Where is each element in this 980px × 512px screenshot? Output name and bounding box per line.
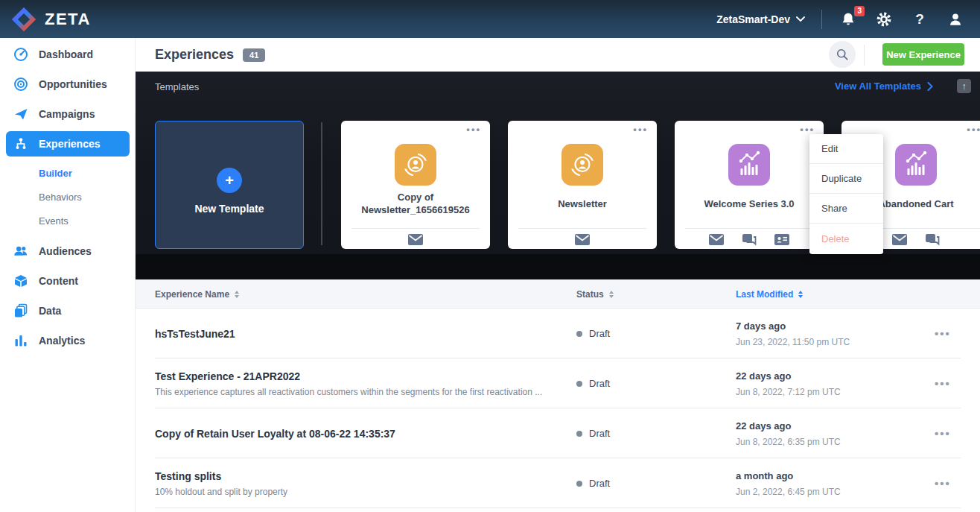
status-dot <box>576 481 582 487</box>
sidebar-subitem-behaviors[interactable]: Behaviors <box>39 189 82 204</box>
template-card[interactable]: ••• Copy of Newsletter_1656619526 <box>341 121 490 249</box>
new-template-card[interactable]: + New Template <box>155 121 304 249</box>
content-cube-icon <box>13 274 28 288</box>
row-actions-menu-icon[interactable]: ••• <box>925 358 961 408</box>
chat-channel-icon <box>742 233 757 247</box>
opportunities-icon <box>13 77 28 92</box>
analytics-template-icon <box>895 144 937 186</box>
account-name: ZetaSmart-Dev <box>716 13 790 25</box>
experience-name[interactable]: Testing splits <box>155 470 557 482</box>
sidebar-subitem-builder[interactable]: Builder <box>39 165 72 180</box>
sort-icon <box>235 291 239 298</box>
settings-gear-icon[interactable] <box>874 10 894 29</box>
chevron-right-icon <box>927 82 933 91</box>
column-header-status[interactable]: Status <box>576 279 614 309</box>
row-actions-menu-icon[interactable]: ••• <box>925 458 961 508</box>
user-profile-icon[interactable] <box>946 10 965 29</box>
sidebar-nav: Dashboard Opportunities Campaigns Experi… <box>0 38 136 512</box>
top-navbar: ZETA ZetaSmart-Dev 3 <box>0 0 980 38</box>
zeta-brand[interactable]: ZETA <box>10 6 91 33</box>
card-menu-icon[interactable]: ••• <box>967 124 980 135</box>
status-dot <box>576 381 582 387</box>
modified-relative: 22 days ago <box>736 420 841 432</box>
card-menu-icon[interactable]: ••• <box>800 124 815 135</box>
card-menu-icon[interactable]: ••• <box>633 124 648 135</box>
column-header-experience-name[interactable]: Experience Name <box>155 279 239 309</box>
audiences-people-icon <box>13 244 28 259</box>
table-row[interactable]: Test Experience - 21APR2022 This experie… <box>136 358 980 408</box>
experience-description: 10% holdout and split by property <box>155 487 557 497</box>
analytics-bars-icon <box>13 333 28 348</box>
status-label: Draft <box>589 478 610 489</box>
email-channel-icon <box>575 234 590 245</box>
sidebar-item-opportunities[interactable]: Opportunities <box>6 72 130 97</box>
sidebar-item-label: Analytics <box>39 335 85 347</box>
sidebar-subitem-events[interactable]: Events <box>39 213 69 228</box>
template-card[interactable]: ••• Welcome Series 3.0 <box>675 121 824 249</box>
table-row[interactable]: Testing splits 10% holdout and split by … <box>136 458 980 508</box>
status-dot <box>576 331 582 337</box>
templates-panel: Templates View All Templates ↑ + New Tem… <box>136 72 980 279</box>
new-experience-button[interactable]: New Experience <box>882 43 964 66</box>
retention-template-icon <box>561 144 603 186</box>
sidebar-item-analytics[interactable]: Analytics <box>6 328 130 353</box>
email-channel-icon <box>408 234 423 245</box>
row-divider <box>155 508 961 508</box>
collapse-panel-icon[interactable]: ↑ <box>957 79 971 93</box>
card-menu-icon[interactable]: ••• <box>466 124 481 135</box>
search-button[interactable] <box>829 41 856 68</box>
context-menu-delete[interactable]: Delete <box>809 224 883 253</box>
sidebar-item-experiences[interactable]: Experiences <box>6 131 130 157</box>
experiences-table-header: Experience Name Status Last Modified <box>136 279 980 309</box>
sidebar-item-campaigns[interactable]: Campaigns <box>6 101 130 127</box>
modified-date: Jun 8, 2022, 6:35 pm UTC <box>736 437 841 447</box>
table-row[interactable]: Copy of Retain User Loyalty at 08-06-22 … <box>136 408 980 458</box>
campaigns-paper-plane-icon <box>13 107 28 121</box>
navbar-divider <box>821 10 822 29</box>
sidebar-item-label: Opportunities <box>39 78 107 90</box>
context-menu-duplicate[interactable]: Duplicate <box>809 164 883 194</box>
data-documents-icon <box>13 303 28 318</box>
card-context-menu: Edit Duplicate Share Delete <box>809 134 883 254</box>
row-actions-menu-icon[interactable]: ••• <box>925 408 961 458</box>
account-dropdown[interactable]: ZetaSmart-Dev <box>716 13 805 25</box>
help-icon[interactable]: ? <box>910 10 929 29</box>
sidebar-item-label: Audiences <box>39 245 92 257</box>
experience-name[interactable]: Test Experience - 21APR2022 <box>155 370 557 382</box>
sort-icon <box>609 291 614 298</box>
contact-card-channel-icon <box>774 234 789 245</box>
sidebar-item-label: Dashboard <box>39 48 93 60</box>
context-menu-share[interactable]: Share <box>809 194 883 224</box>
templates-divider <box>321 122 322 245</box>
new-template-label: New Template <box>156 203 303 215</box>
zeta-logo-icon <box>10 6 37 33</box>
sidebar-item-audiences[interactable]: Audiences <box>6 238 130 264</box>
column-header-last-modified[interactable]: Last Modified <box>736 279 803 309</box>
header-divider <box>864 45 865 66</box>
experience-description: This experience captures all reactivatio… <box>155 387 557 397</box>
modified-relative: 22 days ago <box>736 370 841 382</box>
templates-section-title: Templates <box>155 81 199 92</box>
row-actions-menu-icon[interactable]: ••• <box>925 309 961 358</box>
experiences-count-badge: 41 <box>243 48 265 62</box>
view-all-templates-link[interactable]: View All Templates <box>835 80 933 92</box>
modified-date: Jun 8, 2022, 7:12 pm UTC <box>736 387 841 397</box>
experience-name[interactable]: Copy of Retain User Loyalty at 08-06-22 … <box>155 428 557 440</box>
template-name: Newsletter <box>517 189 648 219</box>
template-card[interactable]: ••• Newsletter <box>508 121 657 249</box>
main-content: Experiences 41 New Experience Templates … <box>136 38 980 512</box>
notifications-bell-icon[interactable]: 3 <box>839 10 858 29</box>
table-row[interactable]: hsTsTestJune21 Draft 7 days ago Jun 23, … <box>136 309 980 358</box>
app-window: ZETA ZetaSmart-Dev 3 <box>0 0 980 512</box>
experience-name[interactable]: hsTsTestJune21 <box>155 328 557 340</box>
sidebar-item-content[interactable]: Content <box>6 268 130 294</box>
sidebar-item-dashboard[interactable]: Dashboard <box>6 42 130 67</box>
retention-template-icon <box>395 144 436 186</box>
modified-date: Jun 2, 2022, 6:45 pm UTC <box>736 487 841 497</box>
brand-name: ZETA <box>45 10 91 29</box>
sidebar-item-data[interactable]: Data <box>6 298 130 323</box>
status-label: Draft <box>589 378 610 389</box>
template-name: Welcome Series 3.0 <box>684 189 815 219</box>
context-menu-edit[interactable]: Edit <box>809 134 883 164</box>
status-dot <box>576 431 582 437</box>
